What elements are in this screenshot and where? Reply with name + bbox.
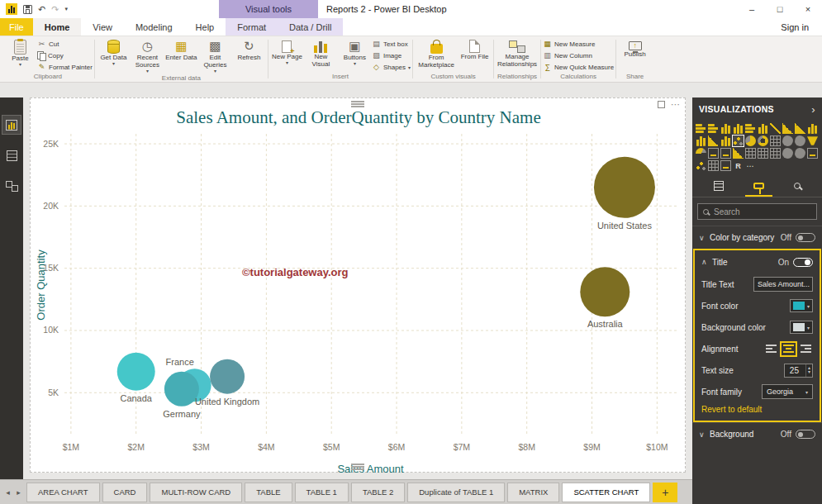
page-tab-area-chart[interactable]: AREA CHART — [26, 483, 100, 502]
fields-pane-tab[interactable] — [706, 176, 732, 197]
viz-icon-area-chart[interactable] — [782, 123, 793, 134]
viz-icon-matrix[interactable] — [770, 148, 781, 159]
page-tab-duplicate-of-table-1[interactable]: Duplicate of TABLE 1 — [407, 483, 505, 502]
viz-icon-ribbon-chart[interactable] — [708, 136, 719, 146]
viz-icon-stacked-bar-chart[interactable] — [696, 123, 706, 134]
shapes-button[interactable]: ◇ Shapes ▾ — [372, 62, 411, 73]
new-visual-button[interactable]: New Visual — [304, 38, 338, 69]
bubble-canada[interactable] — [117, 353, 155, 391]
bubble-united-kingdom[interactable] — [210, 359, 245, 394]
bubble-united-states[interactable] — [594, 157, 655, 218]
title-toggle[interactable] — [793, 258, 813, 267]
font-color-dropdown[interactable]: ▾ — [790, 299, 813, 312]
search-input[interactable] — [714, 207, 811, 216]
viz-icon-clustered-column-chart[interactable] — [733, 123, 744, 134]
new-measure-button[interactable]: ▦ New Measure — [543, 39, 614, 50]
viz-icon-stacked-area-chart[interactable] — [795, 123, 805, 134]
viz-icon-100-stacked-bar-chart[interactable] — [745, 123, 756, 134]
data-view-button[interactable] — [2, 146, 21, 164]
page-tab-table-2[interactable]: TABLE 2 — [351, 483, 405, 502]
viz-icon-table[interactable] — [758, 148, 768, 159]
model-view-button[interactable] — [2, 177, 21, 195]
format-pane-tab[interactable] — [745, 176, 772, 197]
viz-icon-line-and-stacked-column-chart[interactable] — [807, 123, 818, 134]
viz-icon-gauge[interactable] — [696, 148, 706, 159]
buttons-button[interactable]: ▣ Buttons ▾ — [338, 38, 372, 67]
bubble-germany[interactable] — [164, 372, 199, 407]
viz-icon-treemap[interactable] — [770, 136, 781, 146]
viz-icon-qna-visual[interactable] — [720, 160, 731, 171]
tab-format[interactable]: Format — [226, 18, 278, 36]
title-text-input[interactable]: Sales Amount... — [753, 277, 813, 292]
page-tab-card[interactable]: CARD — [102, 483, 148, 502]
redo-icon[interactable]: ↷ — [51, 5, 59, 14]
page-tab-matrix[interactable]: MATRIX — [507, 483, 559, 502]
save-icon[interactable] — [23, 5, 32, 14]
collapse-pane-icon[interactable]: › — [811, 103, 815, 116]
enter-data-button[interactable]: ▦ Enter Data — [164, 38, 198, 62]
new-quick-measure-button[interactable]: ∑ New Quick Measure — [543, 62, 614, 73]
from-marketplace-button[interactable]: From Marketplace — [415, 38, 458, 69]
viz-icon-clustered-bar-chart[interactable] — [708, 123, 719, 134]
close-button[interactable]: × — [794, 0, 822, 18]
tab-view[interactable]: View — [81, 18, 124, 36]
viz-icon-donut-chart[interactable] — [758, 136, 768, 146]
stepper-down-icon[interactable]: ▾ — [808, 370, 810, 374]
viz-icon-100-stacked-column-chart[interactable] — [758, 123, 768, 134]
viz-icon-key-influencers[interactable] — [696, 160, 706, 171]
image-button[interactable]: ▨ Image — [372, 50, 411, 61]
tab-file[interactable]: File — [0, 18, 33, 36]
viz-icon-paginated-table[interactable] — [708, 160, 719, 171]
viz-icon-line-and-clustered-column-chart[interactable] — [696, 136, 706, 146]
tab-help[interactable]: Help — [184, 18, 226, 36]
bubble-australia[interactable] — [580, 267, 630, 316]
background-color-dropdown[interactable]: ▾ — [790, 321, 813, 334]
copy-button[interactable]: Copy — [37, 50, 93, 61]
undo-icon[interactable]: ↶ — [38, 5, 45, 14]
viz-icon-slicer[interactable] — [745, 148, 756, 159]
format-search-box[interactable] — [697, 203, 817, 220]
from-file-button[interactable]: From File — [458, 38, 492, 61]
viz-icon-line-chart[interactable] — [770, 123, 781, 134]
viz-icon-more-visuals[interactable]: ⋯ — [745, 160, 756, 171]
recent-sources-button[interactable]: ◷ Recent Sources ▾ — [131, 38, 164, 74]
viz-icon-scatter-chart[interactable] — [733, 136, 744, 146]
viz-icon-kpi[interactable] — [733, 148, 744, 159]
viz-icon-map[interactable] — [782, 136, 793, 146]
visual-drag-handle[interactable] — [351, 466, 364, 468]
viz-icon-powerapps[interactable] — [807, 148, 818, 159]
paste-button[interactable]: Paste ▾ — [3, 38, 37, 68]
new-page-tab-button[interactable]: + — [653, 483, 677, 502]
text-box-button[interactable]: ▤ Text box — [372, 39, 411, 50]
new-page-button[interactable]: New Page ▾ — [270, 38, 304, 66]
page-tab-scatter-chart[interactable]: SCATTER CHART — [562, 483, 650, 502]
publish-button[interactable]: ↑ Publish — [618, 38, 652, 59]
page-tab-table-1[interactable]: TABLE 1 — [295, 483, 349, 502]
background-toggle[interactable] — [796, 430, 815, 439]
new-column-button[interactable]: ▥ New Column — [543, 50, 614, 61]
section-title[interactable]: ∧ Title On — [695, 250, 820, 273]
section-background[interactable]: ∨ Background Off — [692, 422, 822, 445]
get-data-button[interactable]: Get Data ▾ — [97, 38, 131, 67]
scatter-chart-visual[interactable]: ⋯ $1M$2M$3M$4M$5M$6M$7M$8M$9M$10M5K10K15… — [30, 97, 686, 473]
section-color-by-category[interactable]: ∨ Color by category Off — [692, 226, 822, 249]
edit-queries-button[interactable]: ▩ Edit Queries ▾ — [198, 38, 232, 74]
page-tab-multi-row-card[interactable]: MULTI-ROW CARD — [150, 483, 242, 502]
page-tab-table[interactable]: TABLE — [245, 483, 292, 502]
viz-icon-r-script-visual[interactable]: R — [733, 160, 744, 171]
tab-modeling[interactable]: Modeling — [124, 18, 184, 36]
refresh-button[interactable]: ↻ Refresh — [232, 38, 266, 62]
revert-to-default-link[interactable]: Revert to default — [695, 402, 820, 421]
viz-icon-pie-chart[interactable] — [745, 136, 756, 146]
color-by-category-toggle[interactable] — [796, 233, 815, 242]
viz-icon-shape-map[interactable] — [795, 148, 805, 159]
text-size-stepper[interactable]: 25 ▴ ▾ — [784, 364, 813, 378]
viz-icon-card[interactable] — [708, 148, 719, 159]
format-painter-button[interactable]: ✎ Format Painter — [37, 62, 93, 73]
align-center-button[interactable] — [782, 343, 796, 355]
page-nav-right-icon[interactable]: ▸ — [13, 488, 24, 497]
manage-relationships-button[interactable]: Manage Relationships — [496, 38, 539, 69]
analytics-pane-tab[interactable] — [786, 176, 809, 197]
font-family-dropdown[interactable]: Georgia ▾ — [762, 384, 813, 399]
tab-data-drill[interactable]: Data / Drill — [278, 18, 343, 36]
